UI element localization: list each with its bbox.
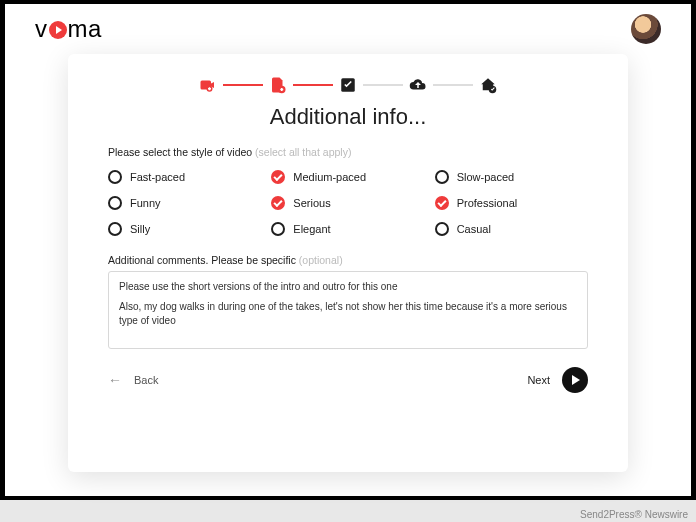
comments-label-hint: (optional) bbox=[299, 254, 343, 266]
avatar[interactable] bbox=[631, 14, 661, 44]
checklist-icon bbox=[339, 76, 357, 94]
option-medium-paced[interactable]: Medium-paced bbox=[271, 170, 424, 184]
prompt-hint: (select all that apply) bbox=[255, 146, 351, 158]
checkbox-checked-icon bbox=[271, 196, 285, 210]
step-line bbox=[363, 84, 403, 86]
brand-logo: v ma bbox=[35, 15, 102, 43]
credit-text: Send2Press® Newswire bbox=[580, 509, 688, 520]
checkbox-icon bbox=[435, 222, 449, 236]
option-serious[interactable]: Serious bbox=[271, 196, 424, 210]
checkbox-icon bbox=[108, 170, 122, 184]
camera-icon bbox=[199, 76, 217, 94]
checkbox-icon bbox=[108, 222, 122, 236]
step-line bbox=[223, 84, 263, 86]
option-fast-paced[interactable]: Fast-paced bbox=[108, 170, 261, 184]
checkbox-icon bbox=[108, 196, 122, 210]
comments-label: Additional comments. Please be specific … bbox=[108, 254, 588, 266]
logo-letter-v: v bbox=[35, 15, 48, 43]
option-casual[interactable]: Casual bbox=[435, 222, 588, 236]
checkbox-checked-icon bbox=[271, 170, 285, 184]
next-button[interactable]: Next bbox=[527, 367, 588, 393]
checkbox-icon bbox=[271, 222, 285, 236]
cloud-icon bbox=[409, 76, 427, 94]
stepper bbox=[108, 76, 588, 94]
home-check-icon bbox=[479, 76, 497, 94]
option-label: Elegant bbox=[293, 223, 330, 235]
option-professional[interactable]: Professional bbox=[435, 196, 588, 210]
step-line bbox=[433, 84, 473, 86]
arrow-left-icon: ← bbox=[108, 372, 122, 388]
file-icon bbox=[269, 76, 287, 94]
style-options: Fast-paced Medium-paced Slow-paced Funny… bbox=[108, 170, 588, 236]
wizard-card: Additional info... Please select the sty… bbox=[68, 54, 628, 472]
play-circle-icon bbox=[562, 367, 588, 393]
prompt-main: Please select the style of video bbox=[108, 146, 252, 158]
option-label: Funny bbox=[130, 197, 161, 209]
play-icon bbox=[49, 21, 67, 39]
nav-row: ← Back Next bbox=[108, 367, 588, 393]
option-label: Medium-paced bbox=[293, 171, 366, 183]
page-title: Additional info... bbox=[108, 104, 588, 130]
option-label: Silly bbox=[130, 223, 150, 235]
option-funny[interactable]: Funny bbox=[108, 196, 261, 210]
option-silly[interactable]: Silly bbox=[108, 222, 261, 236]
logo-letters-ma: ma bbox=[68, 15, 102, 43]
option-slow-paced[interactable]: Slow-paced bbox=[435, 170, 588, 184]
checkbox-icon bbox=[435, 170, 449, 184]
option-label: Casual bbox=[457, 223, 491, 235]
comments-textarea[interactable]: Please use the short versions of the int… bbox=[108, 271, 588, 349]
option-label: Serious bbox=[293, 197, 330, 209]
step-line bbox=[293, 84, 333, 86]
option-elegant[interactable]: Elegant bbox=[271, 222, 424, 236]
next-label: Next bbox=[527, 374, 550, 386]
top-bar: v ma bbox=[5, 4, 691, 54]
checkbox-checked-icon bbox=[435, 196, 449, 210]
option-label: Professional bbox=[457, 197, 518, 209]
style-prompt: Please select the style of video (select… bbox=[108, 146, 588, 158]
comment-line: Also, my dog walks in during one of the … bbox=[119, 300, 577, 328]
comment-line: Please use the short versions of the int… bbox=[119, 280, 577, 294]
back-button[interactable]: ← Back bbox=[108, 372, 158, 388]
back-label: Back bbox=[134, 374, 158, 386]
option-label: Fast-paced bbox=[130, 171, 185, 183]
comments-label-main: Additional comments. Please be specific bbox=[108, 254, 296, 266]
option-label: Slow-paced bbox=[457, 171, 514, 183]
